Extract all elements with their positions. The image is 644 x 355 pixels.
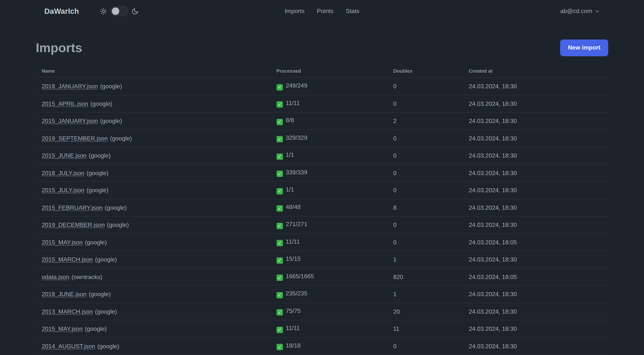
processed-cell: ✓75/75 — [270, 303, 388, 320]
brand-logo[interactable]: DaWarIch — [44, 7, 79, 15]
table-row: 2015_FEBRUARY.json(google) ✓48/48 8 24.0… — [36, 199, 608, 216]
moon-icon — [132, 8, 139, 15]
name-cell: 2015_FEBRUARY.json(google) — [36, 199, 270, 216]
import-source: (google) — [87, 187, 108, 193]
success-check-icon: ✓ — [276, 292, 283, 298]
name-cell: 2014_AUGUST.json(google) — [36, 338, 270, 355]
import-source: (google) — [87, 170, 108, 176]
new-import-button[interactable]: New import — [560, 39, 608, 56]
table-row: 2015_JULY.json(google) ✓1/1 0 24.03.2024… — [36, 182, 608, 199]
nav-link-imports[interactable]: Imports — [285, 8, 305, 14]
doubles-cell: 0 — [387, 147, 463, 164]
doubles-cell: 0 — [387, 338, 463, 355]
name-cell: 2018_JUNE.json(google) — [36, 286, 270, 303]
user-menu[interactable]: ab@cd.com — [560, 8, 600, 14]
sun-icon — [100, 8, 107, 15]
import-file-link[interactable]: 2019_DECEMBER.json — [42, 222, 105, 228]
nav-link-points[interactable]: Points — [317, 8, 333, 14]
import-file-link[interactable]: 2015_FEBRUARY.json — [42, 204, 102, 211]
processed-count: 48/48 — [286, 204, 301, 210]
import-source: (owntracks) — [72, 274, 102, 280]
name-cell: 2019_DECEMBER.json(google) — [36, 216, 270, 234]
table-row: 2018_JANUARY.json(google) ✓249/249 0 24.… — [36, 78, 608, 95]
success-check-icon: ✓ — [276, 327, 283, 333]
import-file-link[interactable]: 2015_MAY.json — [42, 239, 82, 245]
processed-count: 75/75 — [286, 308, 301, 314]
table-row: 2015_MAY.json(google) ✓11/11 0 24.03.202… — [36, 234, 608, 251]
column-header-created-at: Created at — [463, 65, 608, 78]
import-file-link[interactable]: 2013_MARCH.json — [42, 308, 93, 315]
name-cell: 2018_JANUARY.json(google) — [36, 78, 270, 95]
import-source: (google) — [107, 222, 129, 228]
import-file-link[interactable]: 2014_AUGUST.json — [42, 343, 95, 349]
processed-cell: ✓249/249 — [270, 78, 388, 95]
doubles-cell: 2 — [387, 112, 463, 130]
import-file-link[interactable]: odata.json — [42, 274, 69, 280]
processed-cell: ✓339/339 — [270, 164, 388, 182]
page-title: Imports — [36, 40, 82, 55]
import-file-link[interactable]: 2015_MARCH.json — [42, 256, 93, 263]
import-file-link[interactable]: 2015_MAY.json — [42, 326, 82, 332]
processed-count: 271/271 — [286, 221, 308, 227]
import-source: (google) — [89, 291, 110, 297]
success-check-icon: ✓ — [276, 119, 283, 125]
doubles-cell: 0 — [387, 234, 463, 251]
processed-cell: ✓11/11 — [270, 234, 388, 251]
navbar-left: DaWarIch — [44, 6, 285, 16]
import-file-link[interactable]: 2018_JULY.json — [42, 170, 84, 176]
processed-count: 1/1 — [286, 186, 294, 193]
name-cell: 2015_APRIL.json(google) — [36, 95, 270, 112]
import-source: (google) — [90, 100, 112, 107]
name-cell: 2015_JANUARY.json(google) — [36, 112, 270, 130]
doubles-cell: 11 — [387, 320, 463, 338]
table-row: 2015_JUNE.json(google) ✓1/1 0 24.03.2024… — [36, 147, 608, 164]
import-file-link[interactable]: 2015_JULY.json — [42, 187, 84, 193]
processed-count: 249/249 — [286, 82, 308, 89]
import-file-link[interactable]: 2019_SEPTEMBER.json — [42, 135, 108, 141]
processed-cell: ✓48/48 — [270, 199, 388, 216]
navbar-right: ab@cd.com — [359, 8, 600, 14]
doubles-cell: 0 — [387, 164, 463, 182]
import-source: (google) — [100, 118, 122, 124]
import-file-link[interactable]: 2018_JUNE.json — [42, 291, 86, 297]
processed-count: 11/11 — [286, 100, 300, 106]
name-cell: 2015_MAY.json(google) — [36, 234, 270, 251]
table-row: 2015_JANUARY.json(google) ✓8/8 2 24.03.2… — [36, 112, 608, 130]
success-check-icon: ✓ — [276, 171, 283, 177]
success-check-icon: ✓ — [276, 223, 283, 229]
processed-cell: ✓329/329 — [270, 130, 388, 147]
import-file-link[interactable]: 2015_JANUARY.json — [42, 118, 98, 124]
created-at-cell: 24.03.2024, 18:30 — [463, 112, 608, 130]
import-source: (google) — [85, 239, 107, 245]
success-check-icon: ✓ — [276, 136, 283, 142]
success-check-icon: ✓ — [276, 153, 283, 160]
table-row: 2015_MAY.json(google) ✓11/11 11 24.03.20… — [36, 320, 608, 338]
import-file-link[interactable]: 2018_JANUARY.json — [42, 83, 98, 89]
processed-cell: ✓271/271 — [270, 216, 388, 234]
processed-cell: ✓15/15 — [270, 251, 388, 268]
processed-cell: ✓1/1 — [270, 147, 388, 164]
created-at-cell: 24.03.2024, 18:30 — [463, 182, 608, 199]
table-row: odata.json(owntracks) ✓1665/1665 820 24.… — [36, 268, 608, 286]
doubles-cell: 0 — [387, 95, 463, 112]
chevron-down-icon — [595, 9, 600, 13]
name-cell: 2015_MARCH.json(google) — [36, 251, 270, 268]
created-at-cell: 24.03.2024, 18:30 — [463, 338, 608, 355]
processed-count: 339/339 — [286, 169, 308, 175]
imports-table-body: 2018_JANUARY.json(google) ✓249/249 0 24.… — [36, 78, 608, 355]
theme-toggle[interactable] — [110, 6, 128, 16]
processed-cell: ✓1/1 — [270, 182, 388, 199]
created-at-cell: 24.03.2024, 18:05 — [463, 268, 608, 286]
name-cell: odata.json(owntracks) — [36, 268, 270, 286]
imports-table: Name Processed Doubles Created at 2018_J… — [36, 65, 608, 355]
column-header-doubles: Doubles — [387, 65, 463, 78]
doubles-cell: 1 — [387, 286, 463, 303]
table-row: 2015_MARCH.json(google) ✓15/15 1 24.03.2… — [36, 251, 608, 268]
nav-link-stats[interactable]: Stats — [346, 8, 359, 14]
table-row: 2018_JULY.json(google) ✓339/339 0 24.03.… — [36, 164, 608, 182]
doubles-cell: 0 — [387, 78, 463, 95]
import-source: (google) — [105, 204, 126, 211]
import-file-link[interactable]: 2015_APRIL.json — [42, 100, 88, 107]
user-email: ab@cd.com — [560, 8, 592, 14]
import-file-link[interactable]: 2015_JUNE.json — [42, 152, 86, 159]
